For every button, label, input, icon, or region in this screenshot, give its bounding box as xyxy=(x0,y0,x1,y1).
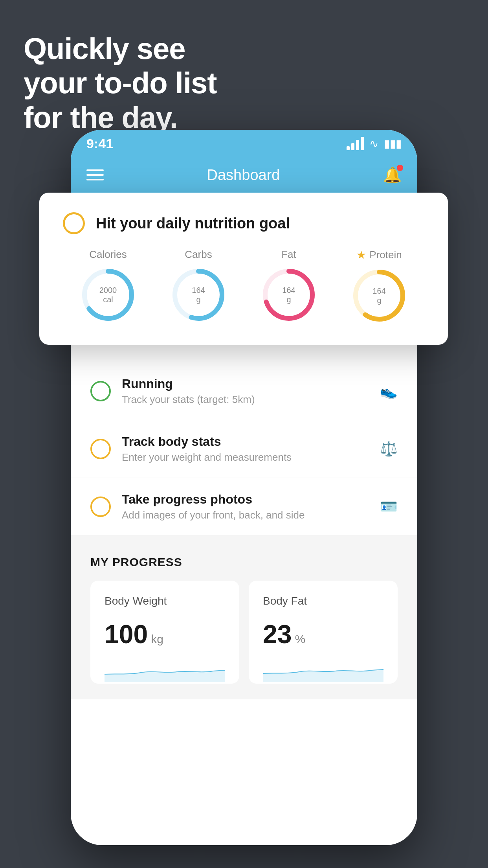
body-fat-card: Body Fat 23 % xyxy=(249,581,398,684)
hero-line1: Quickly see xyxy=(24,31,217,66)
running-icon: 👟 xyxy=(380,383,398,399)
item-subtitle-bodystats: Enter your weight and measurements xyxy=(122,451,369,463)
item-subtitle-photos: Add images of your front, back, and side xyxy=(122,509,369,521)
fat-label: Fat xyxy=(281,248,296,261)
app-header: Dashboard 🔔 xyxy=(71,157,417,193)
fat-ring: 164 g xyxy=(259,265,318,324)
protein-label: Protein xyxy=(369,249,402,261)
nutrition-protein: ★ Protein 164 g xyxy=(350,248,409,325)
body-fat-label: Body Fat xyxy=(263,595,383,607)
body-fat-unit: % xyxy=(295,633,305,646)
progress-cards: Body Weight 100 kg Body Fat 23 % xyxy=(90,581,398,684)
todo-list: Running Track your stats (target: 5km) 👟… xyxy=(71,362,417,536)
nutrition-row: Calories 2000 cal Carbs xyxy=(63,248,424,325)
progress-title: MY PROGRESS xyxy=(90,555,398,569)
battery-icon: ▮▮▮ xyxy=(384,137,402,150)
nutrition-fat: Fat 164 g xyxy=(259,248,318,324)
body-fat-chart xyxy=(263,658,383,682)
status-icons: ∿ ▮▮▮ xyxy=(347,137,402,150)
body-fat-value: 23 xyxy=(263,619,292,649)
list-item[interactable]: Track body stats Enter your weight and m… xyxy=(71,420,417,478)
menu-button[interactable] xyxy=(86,169,104,180)
list-item[interactable]: Take progress photos Add images of your … xyxy=(71,478,417,536)
nutrition-card: Hit your daily nutrition goal Calories 2… xyxy=(39,193,448,345)
item-circle-running xyxy=(90,381,111,401)
header-title: Dashboard xyxy=(207,167,280,184)
photo-icon: 🪪 xyxy=(380,498,398,515)
wifi-icon: ∿ xyxy=(369,137,378,150)
star-icon: ★ xyxy=(356,248,366,261)
body-weight-label: Body Weight xyxy=(105,595,225,607)
list-item[interactable]: Running Track your stats (target: 5km) 👟 xyxy=(71,362,417,420)
body-weight-value: 100 xyxy=(105,619,148,649)
signal-icon xyxy=(347,137,364,150)
status-time: 9:41 xyxy=(86,136,113,151)
calories-label: Calories xyxy=(89,248,127,261)
notification-dot xyxy=(397,165,403,171)
nutrition-card-title: Hit your daily nutrition goal xyxy=(96,215,290,232)
nutrition-calories: Calories 2000 cal xyxy=(79,248,138,324)
item-title-bodystats: Track body stats xyxy=(122,434,369,449)
item-title-running: Running xyxy=(122,377,369,391)
item-circle-photos xyxy=(90,497,111,517)
item-circle-bodystats xyxy=(90,439,111,459)
carbs-label: Carbs xyxy=(185,248,212,261)
calories-ring: 2000 cal xyxy=(79,265,138,324)
body-weight-unit: kg xyxy=(151,633,163,646)
notification-button[interactable]: 🔔 xyxy=(383,166,402,184)
hero-line2: your to-do list xyxy=(24,66,217,100)
protein-ring: 164 g xyxy=(350,266,409,325)
nutrition-check-circle xyxy=(63,212,85,234)
body-weight-card: Body Weight 100 kg xyxy=(90,581,239,684)
nutrition-carbs: Carbs 164 g xyxy=(169,248,228,324)
hero-text: Quickly see your to-do list for the day. xyxy=(24,31,217,134)
scale-icon: ⚖️ xyxy=(380,441,398,457)
item-title-photos: Take progress photos xyxy=(122,492,369,507)
status-bar: 9:41 ∿ ▮▮▮ xyxy=(71,130,417,157)
item-subtitle-running: Track your stats (target: 5km) xyxy=(122,394,369,406)
carbs-ring: 164 g xyxy=(169,265,228,324)
progress-section: MY PROGRESS Body Weight 100 kg Body Fat … xyxy=(71,536,417,699)
body-weight-chart xyxy=(105,658,225,682)
